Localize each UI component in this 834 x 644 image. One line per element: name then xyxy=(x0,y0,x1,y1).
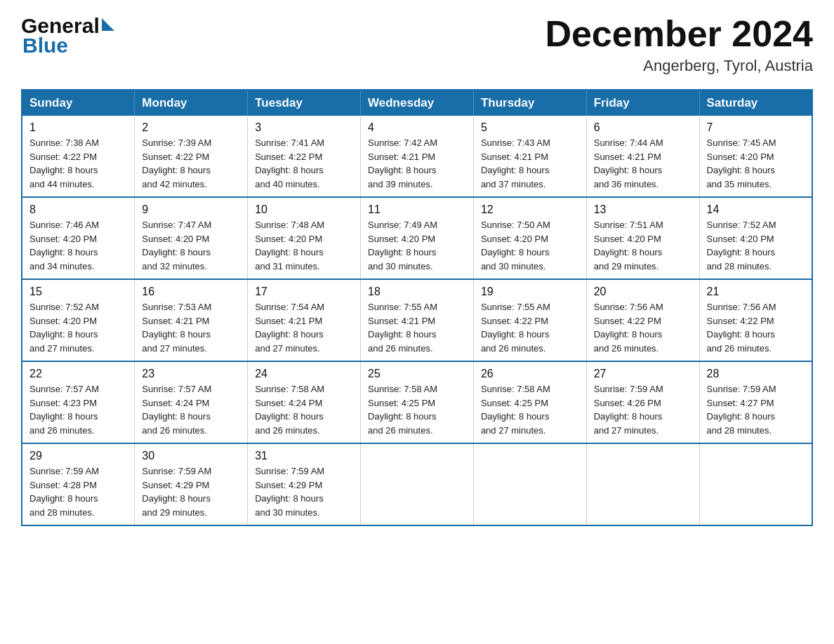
calendar-header-row: SundayMondayTuesdayWednesdayThursdayFrid… xyxy=(22,90,812,116)
calendar-cell: 8 Sunrise: 7:46 AM Sunset: 4:20 PM Dayli… xyxy=(22,197,135,279)
day-info: Sunrise: 7:55 AM Sunset: 4:21 PM Dayligh… xyxy=(368,300,466,355)
calendar-cell xyxy=(361,443,474,525)
logo-triangle-icon xyxy=(102,18,114,31)
location-subtitle: Angerberg, Tyrol, Austria xyxy=(545,57,813,75)
day-number: 8 xyxy=(29,203,127,216)
day-info: Sunrise: 7:54 AM Sunset: 4:21 PM Dayligh… xyxy=(255,300,353,355)
day-info: Sunrise: 7:58 AM Sunset: 4:25 PM Dayligh… xyxy=(368,382,466,437)
calendar-cell: 31 Sunrise: 7:59 AM Sunset: 4:29 PM Dayl… xyxy=(248,443,361,525)
calendar-cell: 7 Sunrise: 7:45 AM Sunset: 4:20 PM Dayli… xyxy=(699,116,812,197)
calendar-cell: 2 Sunrise: 7:39 AM Sunset: 4:22 PM Dayli… xyxy=(135,116,248,197)
calendar-cell: 24 Sunrise: 7:58 AM Sunset: 4:24 PM Dayl… xyxy=(248,361,361,443)
calendar-header-saturday: Saturday xyxy=(699,90,812,116)
day-number: 21 xyxy=(707,286,805,298)
month-title: December 2024 xyxy=(545,14,813,54)
day-info: Sunrise: 7:59 AM Sunset: 4:28 PM Dayligh… xyxy=(29,464,127,519)
day-info: Sunrise: 7:59 AM Sunset: 4:26 PM Dayligh… xyxy=(594,382,692,437)
calendar-cell: 11 Sunrise: 7:49 AM Sunset: 4:20 PM Dayl… xyxy=(361,197,474,279)
day-number: 24 xyxy=(255,368,353,380)
day-number: 19 xyxy=(481,286,579,298)
day-number: 3 xyxy=(255,121,353,134)
calendar-cell: 5 Sunrise: 7:43 AM Sunset: 4:21 PM Dayli… xyxy=(473,116,586,197)
logo: General Blue xyxy=(21,14,114,58)
day-number: 27 xyxy=(594,368,692,380)
calendar-week-row: 8 Sunrise: 7:46 AM Sunset: 4:20 PM Dayli… xyxy=(22,197,812,279)
calendar-header-thursday: Thursday xyxy=(473,90,586,116)
calendar-week-row: 1 Sunrise: 7:38 AM Sunset: 4:22 PM Dayli… xyxy=(22,116,812,197)
day-number: 10 xyxy=(255,203,353,216)
day-info: Sunrise: 7:41 AM Sunset: 4:22 PM Dayligh… xyxy=(255,136,353,191)
day-info: Sunrise: 7:59 AM Sunset: 4:29 PM Dayligh… xyxy=(255,464,353,519)
calendar-cell: 17 Sunrise: 7:54 AM Sunset: 4:21 PM Dayl… xyxy=(248,279,361,361)
day-info: Sunrise: 7:42 AM Sunset: 4:21 PM Dayligh… xyxy=(368,136,466,191)
calendar-header-tuesday: Tuesday xyxy=(248,90,361,116)
calendar-cell xyxy=(473,443,586,525)
day-number: 15 xyxy=(29,286,127,298)
calendar-cell: 16 Sunrise: 7:53 AM Sunset: 4:21 PM Dayl… xyxy=(135,279,248,361)
calendar-cell: 12 Sunrise: 7:50 AM Sunset: 4:20 PM Dayl… xyxy=(473,197,586,279)
day-number: 14 xyxy=(707,203,805,216)
day-info: Sunrise: 7:58 AM Sunset: 4:24 PM Dayligh… xyxy=(255,382,353,437)
day-number: 28 xyxy=(707,368,805,380)
calendar-cell: 3 Sunrise: 7:41 AM Sunset: 4:22 PM Dayli… xyxy=(248,116,361,197)
calendar-cell: 19 Sunrise: 7:55 AM Sunset: 4:22 PM Dayl… xyxy=(473,279,586,361)
day-number: 20 xyxy=(594,286,692,298)
day-number: 16 xyxy=(142,286,240,298)
day-info: Sunrise: 7:48 AM Sunset: 4:20 PM Dayligh… xyxy=(255,218,353,273)
day-info: Sunrise: 7:49 AM Sunset: 4:20 PM Dayligh… xyxy=(368,218,466,273)
calendar-header-sunday: Sunday xyxy=(22,90,135,116)
title-block: December 2024 Angerberg, Tyrol, Austria xyxy=(545,14,813,75)
day-number: 29 xyxy=(29,450,127,462)
day-info: Sunrise: 7:44 AM Sunset: 4:21 PM Dayligh… xyxy=(594,136,692,191)
calendar-week-row: 29 Sunrise: 7:59 AM Sunset: 4:28 PM Dayl… xyxy=(22,443,812,525)
calendar-cell xyxy=(586,443,699,525)
calendar-cell: 22 Sunrise: 7:57 AM Sunset: 4:23 PM Dayl… xyxy=(22,361,135,443)
day-info: Sunrise: 7:56 AM Sunset: 4:22 PM Dayligh… xyxy=(594,300,692,355)
day-number: 18 xyxy=(368,286,466,298)
day-number: 12 xyxy=(481,203,579,216)
calendar-cell: 18 Sunrise: 7:55 AM Sunset: 4:21 PM Dayl… xyxy=(361,279,474,361)
day-info: Sunrise: 7:38 AM Sunset: 4:22 PM Dayligh… xyxy=(29,136,127,191)
day-number: 1 xyxy=(29,121,127,134)
day-number: 6 xyxy=(594,121,692,134)
calendar-cell: 29 Sunrise: 7:59 AM Sunset: 4:28 PM Dayl… xyxy=(22,443,135,525)
day-number: 25 xyxy=(368,368,466,380)
day-info: Sunrise: 7:53 AM Sunset: 4:21 PM Dayligh… xyxy=(142,300,240,355)
day-number: 4 xyxy=(368,121,466,134)
calendar-cell: 21 Sunrise: 7:56 AM Sunset: 4:22 PM Dayl… xyxy=(699,279,812,361)
calendar-header-wednesday: Wednesday xyxy=(361,90,474,116)
day-info: Sunrise: 7:59 AM Sunset: 4:29 PM Dayligh… xyxy=(142,464,240,519)
calendar-cell: 10 Sunrise: 7:48 AM Sunset: 4:20 PM Dayl… xyxy=(248,197,361,279)
calendar-header-monday: Monday xyxy=(135,90,248,116)
day-number: 9 xyxy=(142,203,240,216)
calendar-week-row: 15 Sunrise: 7:52 AM Sunset: 4:20 PM Dayl… xyxy=(22,279,812,361)
calendar-header-friday: Friday xyxy=(586,90,699,116)
calendar-table: SundayMondayTuesdayWednesdayThursdayFrid… xyxy=(21,89,813,526)
calendar-cell: 30 Sunrise: 7:59 AM Sunset: 4:29 PM Dayl… xyxy=(135,443,248,525)
calendar-cell: 23 Sunrise: 7:57 AM Sunset: 4:24 PM Dayl… xyxy=(135,361,248,443)
day-number: 5 xyxy=(481,121,579,134)
calendar-cell: 13 Sunrise: 7:51 AM Sunset: 4:20 PM Dayl… xyxy=(586,197,699,279)
calendar-cell: 14 Sunrise: 7:52 AM Sunset: 4:20 PM Dayl… xyxy=(699,197,812,279)
day-info: Sunrise: 7:56 AM Sunset: 4:22 PM Dayligh… xyxy=(707,300,805,355)
day-info: Sunrise: 7:58 AM Sunset: 4:25 PM Dayligh… xyxy=(481,382,579,437)
calendar-cell: 6 Sunrise: 7:44 AM Sunset: 4:21 PM Dayli… xyxy=(586,116,699,197)
calendar-cell xyxy=(699,443,812,525)
day-number: 11 xyxy=(368,203,466,216)
day-info: Sunrise: 7:43 AM Sunset: 4:21 PM Dayligh… xyxy=(481,136,579,191)
day-info: Sunrise: 7:51 AM Sunset: 4:20 PM Dayligh… xyxy=(594,218,692,273)
page-header: General Blue December 2024 Angerberg, Ty… xyxy=(21,14,813,75)
calendar-cell: 25 Sunrise: 7:58 AM Sunset: 4:25 PM Dayl… xyxy=(361,361,474,443)
day-info: Sunrise: 7:57 AM Sunset: 4:23 PM Dayligh… xyxy=(29,382,127,437)
day-info: Sunrise: 7:45 AM Sunset: 4:20 PM Dayligh… xyxy=(707,136,805,191)
calendar-cell: 1 Sunrise: 7:38 AM Sunset: 4:22 PM Dayli… xyxy=(22,116,135,197)
day-info: Sunrise: 7:57 AM Sunset: 4:24 PM Dayligh… xyxy=(142,382,240,437)
calendar-cell: 27 Sunrise: 7:59 AM Sunset: 4:26 PM Dayl… xyxy=(586,361,699,443)
day-number: 7 xyxy=(707,121,805,134)
calendar-cell: 28 Sunrise: 7:59 AM Sunset: 4:27 PM Dayl… xyxy=(699,361,812,443)
day-info: Sunrise: 7:39 AM Sunset: 4:22 PM Dayligh… xyxy=(142,136,240,191)
day-number: 17 xyxy=(255,286,353,298)
day-number: 22 xyxy=(29,368,127,380)
calendar-cell: 26 Sunrise: 7:58 AM Sunset: 4:25 PM Dayl… xyxy=(473,361,586,443)
day-info: Sunrise: 7:46 AM Sunset: 4:20 PM Dayligh… xyxy=(29,218,127,273)
